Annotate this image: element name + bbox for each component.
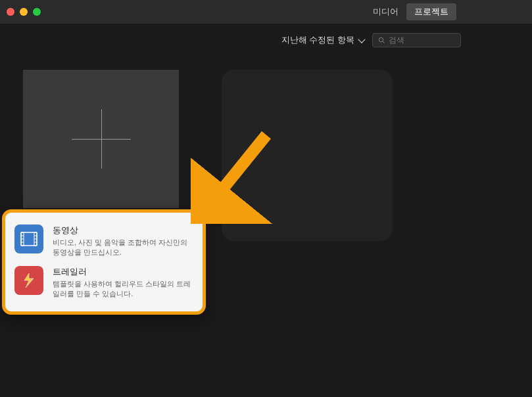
- create-trailer-option[interactable]: 트레일러 템플릿을 사용하여 헐리우드 스타일의 트레일러를 만들 수 있습니다…: [14, 262, 193, 304]
- create-movie-option[interactable]: 동영상 비디오, 사진 및 음악을 조합하여 자신만의 동영상을 만드십시오.: [14, 221, 193, 262]
- plus-icon: [72, 109, 131, 169]
- trailer-option-desc: 템플릿을 사용하여 헐리우드 스타일의 트레일러를 만들 수 있습니다.: [53, 279, 193, 300]
- movie-option-desc: 비디오, 사진 및 음악을 조합하여 자신만의 동영상을 만드십시오.: [53, 238, 193, 258]
- movie-option-title: 동영상: [53, 225, 193, 236]
- tab-media[interactable]: 미디어: [365, 3, 406, 20]
- project-tile-placeholder[interactable]: [222, 70, 393, 241]
- movie-option-text: 동영상 비디오, 사진 및 음악을 조합하여 자신만의 동영상을 만드십시오.: [53, 225, 193, 258]
- create-popover: 동영상 비디오, 사진 및 음악을 조합하여 자신만의 동영상을 만드십시오. …: [2, 209, 206, 315]
- title-bar: 미디어 프로젝트: [0, 0, 532, 24]
- trailer-option-title: 트레일러: [53, 266, 193, 278]
- svg-line-1: [383, 41, 385, 43]
- nav-tabs: 미디어 프로젝트: [365, 3, 456, 20]
- maximize-window-button[interactable]: [33, 8, 41, 16]
- toolbar: 지난해 수정된 항목: [0, 24, 532, 57]
- filter-label-text: 지난해 수정된 항목: [281, 34, 354, 46]
- search-icon: [378, 36, 385, 44]
- tab-projects[interactable]: 프로젝트: [406, 3, 456, 20]
- trailer-icon: [14, 266, 43, 295]
- search-input[interactable]: [389, 36, 455, 45]
- create-new-tile[interactable]: [23, 70, 179, 208]
- close-window-button[interactable]: [7, 8, 14, 16]
- movie-icon: [14, 225, 43, 253]
- trailer-option-text: 트레일러 템플릿을 사용하여 헐리우드 스타일의 트레일러를 만들 수 있습니다…: [53, 266, 193, 300]
- search-box[interactable]: [372, 33, 461, 47]
- chevron-updown-icon: [358, 36, 365, 43]
- minimize-window-button[interactable]: [20, 8, 28, 16]
- window-controls: [7, 8, 41, 16]
- filter-dropdown[interactable]: 지난해 수정된 항목: [281, 34, 364, 46]
- svg-point-0: [379, 38, 383, 41]
